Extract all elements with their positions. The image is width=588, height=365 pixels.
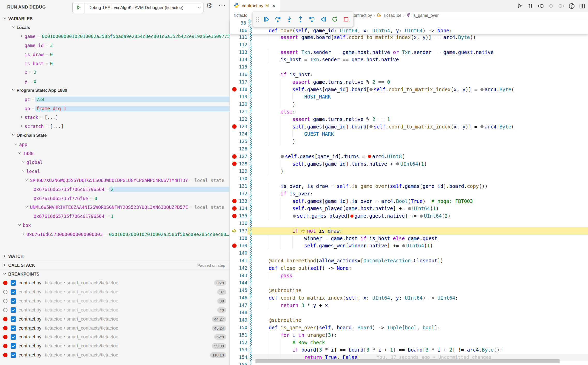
chevron-right-icon[interactable] bbox=[19, 115, 23, 120]
breakpoint-gutter-icon[interactable] bbox=[230, 214, 239, 218]
breakpoint-row[interactable]: contract.pytictactoe • smart_contracts/t… bbox=[0, 315, 229, 324]
checkbox-checked[interactable] bbox=[11, 325, 16, 331]
breakpoints-section-header[interactable]: BREAKPOINTS bbox=[0, 270, 229, 278]
breakpoint-icon[interactable] bbox=[232, 244, 237, 248]
inline-breakpoint-icon[interactable] bbox=[480, 88, 484, 91]
breakpoint-gutter-icon[interactable] bbox=[230, 154, 239, 159]
code-text[interactable]: @subroutine bbox=[252, 316, 588, 324]
code-text[interactable]: self.games[game_id].board[self.coord_to_… bbox=[252, 123, 588, 131]
code-line[interactable]: 148 bbox=[230, 309, 588, 316]
breakpoint-icon[interactable] bbox=[3, 344, 7, 348]
step-back-button[interactable] bbox=[307, 14, 317, 25]
breadcrumb-member[interactable]: is_game_over bbox=[413, 13, 439, 18]
tree-row[interactable]: local bbox=[0, 167, 229, 176]
code-line[interactable]: 121 else: bbox=[230, 108, 588, 116]
code-line[interactable]: 117 assert game.turns.native % 2 == 0 bbox=[230, 78, 588, 86]
code-line[interactable]: 138 winner = game.host if is_host else g… bbox=[230, 235, 588, 242]
inline-breakpoint-icon[interactable] bbox=[420, 215, 423, 218]
chevron-down-icon[interactable] bbox=[21, 160, 25, 165]
code-text[interactable]: ) bbox=[252, 168, 588, 175]
variable-row[interactable]: op=frame_dig 1 bbox=[0, 104, 229, 113]
go-forward-button[interactable] bbox=[558, 3, 565, 9]
drag-handle-icon[interactable] bbox=[255, 14, 260, 25]
tree-row[interactable]: UNML6W5NVHRIKTEOZAA4NI2SWQROSGNFNY2QS523… bbox=[0, 203, 229, 212]
checkbox-checked[interactable] bbox=[11, 307, 16, 313]
code-line[interactable]: 115 bbox=[230, 63, 588, 71]
code-text[interactable]: self.games_played[game.guest.native] += … bbox=[252, 212, 588, 220]
debug-config-dropdown[interactable]: Debug TEAL via AlgoKit AVM Debugger (tic… bbox=[72, 2, 203, 13]
variable-row[interactable]: y=0 bbox=[0, 77, 229, 86]
code-text[interactable]: self.games[game_id].board[self.coord_to_… bbox=[252, 86, 588, 93]
tree-row[interactable]: 0x67616d65735f776f6e=0 bbox=[0, 194, 229, 203]
tab-contract-py[interactable]: contract.py M ✕ bbox=[230, 0, 280, 12]
tree-row[interactable]: 0x67616d65730000000000000003=0x010002000… bbox=[0, 230, 229, 239]
breakpoint-icon[interactable] bbox=[232, 124, 237, 129]
inline-breakpoint-icon[interactable] bbox=[281, 155, 284, 158]
code-line[interactable]: 133 self.games[game_id].is_over = arc4.B… bbox=[230, 197, 588, 205]
code-text[interactable]: if is_over: bbox=[252, 190, 588, 197]
code-line[interactable]: 114 is_host = Txn.sender == game.host.na… bbox=[230, 56, 588, 63]
breakpoint-icon[interactable] bbox=[3, 353, 7, 357]
checkbox-checked[interactable] bbox=[11, 334, 16, 340]
breakpoint-icon[interactable] bbox=[232, 214, 237, 218]
code-text[interactable]: else: bbox=[252, 108, 588, 116]
variable-row[interactable]: game=0x010000000102010002a358bf5bada9e28… bbox=[0, 32, 229, 41]
code-line[interactable]: 152 # Row check bbox=[230, 339, 588, 346]
code-text[interactable]: GUEST_MARK bbox=[252, 130, 588, 138]
breakpoint-unverified-icon[interactable] bbox=[3, 290, 7, 294]
variable-row[interactable]: pc=734 bbox=[0, 95, 229, 104]
section-locals[interactable]: Locals bbox=[0, 23, 229, 32]
stop-button[interactable] bbox=[341, 14, 351, 25]
code-text[interactable]: if not is_draw: bbox=[252, 227, 588, 235]
tree-row[interactable]: 1880 bbox=[0, 149, 229, 158]
code-text[interactable]: def move(self, game_id: UInt64, x: UInt6… bbox=[252, 27, 588, 34]
breakpoint-icon[interactable] bbox=[232, 154, 237, 159]
chevron-right-icon[interactable] bbox=[19, 34, 23, 39]
code-line[interactable]: 118 self.games[game_id].board[self.coord… bbox=[230, 86, 588, 93]
code-line[interactable]: 136 bbox=[230, 220, 588, 227]
chevron-right-icon[interactable] bbox=[21, 232, 25, 237]
code-text[interactable]: if board[3 * i] == board[3 * i + 1] == b… bbox=[252, 346, 588, 354]
checkbox-checked[interactable] bbox=[11, 289, 16, 295]
inline-breakpoint-icon[interactable] bbox=[408, 207, 411, 210]
code-text[interactable]: self.games[game_id].turns = arc4.UInt8( bbox=[252, 153, 588, 160]
breakpoint-icon[interactable] bbox=[232, 199, 237, 203]
checkbox-checked[interactable] bbox=[11, 280, 16, 286]
code-text[interactable]: def coord_to_matrix_index(self, x: UInt6… bbox=[252, 294, 588, 302]
code-text[interactable]: if is_host: bbox=[252, 71, 588, 78]
variable-row[interactable]: scratch=[...] bbox=[0, 122, 229, 131]
code-line[interactable]: 130 bbox=[230, 175, 588, 182]
code-line[interactable]: 150 def is_game_over(self, board: Board)… bbox=[230, 324, 588, 331]
chevron-down-icon[interactable] bbox=[14, 142, 18, 147]
breakpoint-icon[interactable] bbox=[232, 162, 237, 166]
breakpoint-icon[interactable] bbox=[232, 206, 237, 211]
code-line[interactable]: 131 is_over, is_draw = self.is_game_over… bbox=[230, 182, 588, 190]
code-line[interactable]: 112 bbox=[230, 41, 588, 49]
breakpoint-gutter-icon[interactable] bbox=[230, 199, 239, 203]
code-text[interactable]: @arc4.baremethod(allow_actions=[OnComple… bbox=[252, 257, 588, 264]
code-text[interactable] bbox=[252, 41, 588, 49]
breakpoint-icon[interactable] bbox=[3, 326, 7, 330]
code-text[interactable] bbox=[252, 145, 588, 153]
chevron-down-icon[interactable] bbox=[18, 223, 21, 228]
code-text[interactable]: ) bbox=[252, 101, 588, 108]
code-line[interactable]: 132 if is_over: bbox=[230, 190, 588, 197]
code-line[interactable]: 116 if is_host: bbox=[230, 71, 588, 78]
code-line[interactable]: 122 assert game.turns.native % 2 == 1 bbox=[230, 116, 588, 123]
code-line[interactable]: 149 @subroutine bbox=[230, 316, 588, 324]
inline-breakpoint-icon[interactable] bbox=[370, 88, 373, 91]
breakpoint-row[interactable]: contract.pytictactoe • smart_contracts/t… bbox=[0, 332, 229, 341]
debug-config-label[interactable]: Debug TEAL via AlgoKit AVM Debugger (tic… bbox=[85, 2, 195, 13]
breakpoint-icon[interactable] bbox=[3, 281, 7, 285]
checkbox-checked[interactable] bbox=[11, 352, 16, 358]
breakpoint-row[interactable]: contract.pytictactoe • smart_contracts/t… bbox=[0, 287, 229, 296]
code-line[interactable]: 141 @arc4.baremethod(allow_actions=[OnCo… bbox=[230, 257, 588, 264]
code-line[interactable]: 126 bbox=[230, 145, 588, 153]
step-out-button[interactable] bbox=[295, 14, 306, 25]
variable-row[interactable]: stack=[...] bbox=[0, 113, 229, 122]
tree-row[interactable]: 0x67616d65735f706c61796564=1 bbox=[0, 212, 229, 221]
horizontal-scrollbar[interactable] bbox=[255, 359, 560, 363]
run-or-debug-button[interactable] bbox=[517, 3, 523, 9]
step-into-button[interactable] bbox=[284, 14, 294, 25]
breadcrumb-class[interactable]: TicTacToe bbox=[383, 13, 401, 18]
